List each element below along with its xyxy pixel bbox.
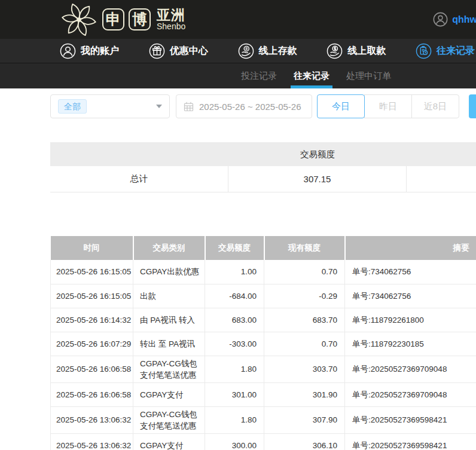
cell-summary: 单号:20250527369598421 [345, 406, 476, 433]
cell-balance: 307.90 [264, 406, 345, 433]
nav-item-label: 线上存款 [259, 45, 297, 57]
tab-transaction-records[interactable]: 往来记录 [291, 63, 332, 88]
nav-item-label: 优惠中心 [170, 45, 208, 57]
last-8-days-button[interactable]: 近8日 [411, 94, 459, 118]
cell-time: 2025-05-26 16:15:05 [51, 260, 133, 284]
selected-type-chip: 全部 [58, 99, 87, 114]
content-area: 全部 2025-05-26 ~ 2025-05-26 今日 昨日 近8日 [0, 94, 476, 450]
deposit-icon [238, 43, 254, 59]
cell-type: CGPAY支付 [133, 433, 205, 450]
withdraw-icon [327, 43, 343, 59]
summary-total-value: 307.15 [228, 166, 407, 192]
table-row: 2025-05-26 13:06:32CGPAY-CG钱包支付笔笔送优惠1.80… [51, 406, 476, 433]
column-header-amount: 交易额度 [205, 236, 264, 260]
cell-type: 出款 [133, 284, 205, 308]
today-button[interactable]: 今日 [317, 94, 365, 118]
logo-region-text: 亚洲 [157, 8, 185, 22]
cell-summary: 单号:20250527369709048 [345, 356, 476, 382]
table-row: 2025-05-26 16:06:58CGPAY-CG钱包支付笔笔送优惠1.80… [51, 356, 476, 382]
flower-logo-icon [60, 3, 98, 36]
transactions-table: 时间 交易类别 交易额度 现有额度 摘要 2025-05-26 16:15:05… [50, 236, 476, 450]
nav-item-records[interactable]: 往来记录 [416, 43, 475, 59]
cell-amount: 301.00 [205, 382, 264, 406]
logo-char-box: 博 [129, 8, 151, 30]
cell-balance: 303.70 [264, 356, 345, 382]
table-row: 2025-05-26 16:15:05CGPAY出款优惠1.000.70单号:7… [51, 260, 476, 284]
summary-header-label: 交易额度 [228, 149, 407, 160]
table-row: 2025-05-26 16:15:05出款-684.00-0.29单号:7340… [51, 284, 476, 308]
transaction-type-select[interactable]: 全部 [50, 94, 170, 118]
brand-logo[interactable]: 申 博 亚洲 Shenbo [60, 3, 185, 36]
cell-balance: 0.70 [264, 260, 345, 284]
cell-amount: 1.80 [205, 356, 264, 382]
yesterday-button[interactable]: 昨日 [364, 94, 412, 118]
cell-time: 2025-05-26 16:07:29 [51, 332, 133, 356]
records-icon [416, 43, 432, 59]
username: qhhw [452, 14, 476, 25]
nav-item-label: 我的账户 [81, 45, 119, 57]
nav-item-promotions[interactable]: 优惠中心 [149, 43, 208, 59]
cell-type: CGPAY-CG钱包支付笔笔送优惠 [133, 356, 205, 382]
cell-type: 转出 至 PA视讯 [133, 332, 205, 356]
column-header-type: 交易类别 [133, 236, 205, 260]
date-range-input[interactable]: 2025-05-26 ~ 2025-05-26 [176, 94, 312, 118]
table-row: 2025-05-26 16:06:58CGPAY支付301.00301.90单号… [51, 382, 476, 406]
sub-nav: 投注记录 往来记录 处理中订单 [0, 63, 476, 88]
transactions-body: 2025-05-26 16:15:05CGPAY出款优惠1.000.70单号:7… [51, 260, 476, 450]
cell-type: CGPAY-CG钱包支付笔笔送优惠 [133, 406, 205, 433]
summary-total-row: 总计 307.15 [50, 166, 476, 192]
table-row: 2025-05-26 16:14:32由 PA视讯 转入683.00683.70… [51, 308, 476, 332]
user-account[interactable]: qhhw [433, 12, 476, 27]
gift-icon [149, 43, 165, 59]
cell-summary: 单号:20250527369598421 [345, 433, 476, 450]
nav-item-label: 线上取款 [347, 45, 386, 57]
summary-header-row: 交易额度 [50, 142, 476, 166]
tab-pending-orders[interactable]: 处理中订单 [343, 63, 394, 88]
nav-item-deposit[interactable]: 线上存款 [238, 43, 297, 59]
cell-balance: 306.10 [264, 433, 345, 450]
search-button[interactable] [469, 94, 476, 118]
cell-time: 2025-05-26 16:14:32 [51, 308, 133, 332]
nav-item-my-account[interactable]: 我的账户 [60, 43, 119, 59]
cell-type: CGPAY支付 [133, 382, 205, 406]
cell-amount: 1.00 [205, 260, 264, 284]
calendar-icon [184, 102, 194, 112]
cell-amount: 300.00 [205, 433, 264, 450]
cell-amount: -684.00 [205, 284, 264, 308]
cell-time: 2025-05-26 13:06:32 [51, 406, 133, 433]
top-header: 申 博 亚洲 Shenbo qhhw [0, 0, 476, 39]
avatar-icon [433, 12, 448, 27]
cell-time: 2025-05-26 13:06:32 [51, 433, 133, 450]
table-row: 2025-05-26 13:06:32CGPAY支付300.00306.10单号… [51, 433, 476, 450]
summary-total-label: 总计 [50, 166, 228, 192]
cell-balance: -0.29 [264, 284, 345, 308]
cell-amount: 1.80 [205, 406, 264, 433]
cell-summary: 单号:20250527369709048 [345, 382, 476, 406]
nav-item-label: 往来记录 [437, 45, 475, 57]
cell-time: 2025-05-26 16:15:05 [51, 284, 133, 308]
column-header-time: 时间 [51, 236, 133, 260]
summary-empty-cell [407, 166, 476, 192]
cell-summary: 单号:118792261800 [345, 308, 476, 332]
cell-amount: 683.00 [205, 308, 264, 332]
date-range-value: 2025-05-26 ~ 2025-05-26 [199, 102, 301, 112]
tab-betting-records[interactable]: 投注记录 [238, 63, 280, 88]
chevron-down-icon [156, 105, 162, 108]
cell-type: CGPAY出款优惠 [133, 260, 205, 284]
column-header-summary: 摘要 [345, 236, 476, 260]
cell-amount: -303.00 [205, 332, 264, 356]
nav-item-withdraw[interactable]: 线上取款 [327, 43, 386, 59]
summary-table: 交易额度 总计 307.15 [50, 142, 476, 192]
cell-balance: 301.90 [264, 382, 345, 406]
cell-balance: 0.70 [264, 332, 345, 356]
table-row: 2025-05-26 16:07:29转出 至 PA视讯-303.000.70单… [51, 332, 476, 356]
logo-brand-text: Shenbo [157, 22, 185, 31]
main-nav: 我的账户 优惠中心 线上存款 [0, 39, 476, 63]
logo-char-box: 申 [102, 8, 124, 30]
filter-bar: 全部 2025-05-26 ~ 2025-05-26 今日 昨日 近8日 [50, 94, 476, 118]
table-header-row: 时间 交易类别 交易额度 现有额度 摘要 [51, 236, 476, 260]
cell-summary: 单号:734062756 [345, 260, 476, 284]
user-icon [60, 43, 76, 59]
cell-summary: 单号:118792230185 [345, 332, 476, 356]
cell-summary: 单号:734062756 [345, 284, 476, 308]
